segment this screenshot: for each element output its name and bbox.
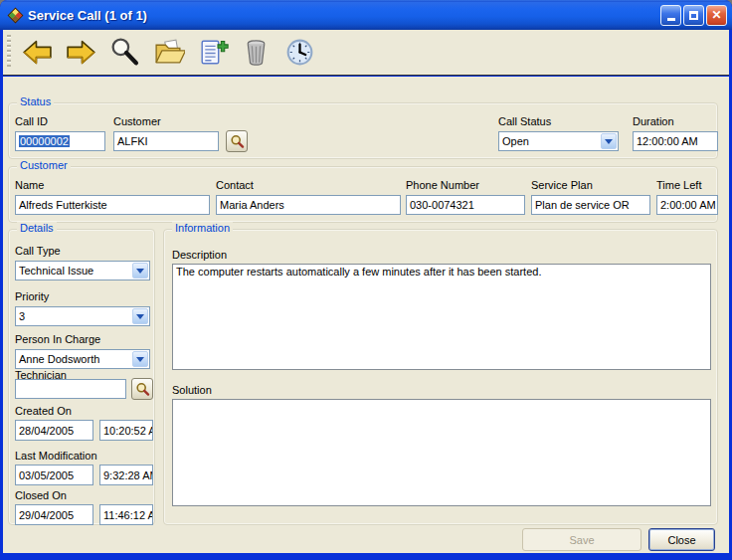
created-on-time-input[interactable]: 10:20:52 AM (99, 420, 153, 441)
name-input[interactable]: Alfreds Futterkiste (15, 195, 210, 215)
call-type-label: Call Type (15, 245, 61, 257)
service-plan-label: Service Plan (531, 179, 593, 191)
app-icon (7, 7, 24, 24)
description-label: Description (172, 249, 227, 261)
back-button[interactable] (17, 33, 57, 73)
duration-input[interactable]: 12:00:00 AM (633, 131, 718, 151)
call-id-input[interactable]: 00000002 (15, 131, 105, 151)
last-modification-date-input[interactable]: 03/05/2005 (15, 465, 93, 485)
details-groupbox: Details Call Type Technical Issue Priori… (8, 229, 155, 525)
chevron-down-icon (132, 351, 148, 367)
phone-number-input[interactable]: 030-0074321 (406, 195, 525, 215)
folder-icon (152, 36, 185, 69)
arrow-right-icon (65, 36, 97, 69)
duration-label: Duration (633, 115, 674, 127)
last-modification-time-input[interactable]: 9:32:28 AM (99, 465, 153, 485)
maximize-button[interactable] (683, 5, 704, 26)
call-type-value: Technical Issue (19, 265, 93, 277)
forward-button[interactable] (61, 33, 100, 73)
customer-code-input[interactable]: ALFKI (113, 131, 219, 151)
technician-input[interactable] (15, 379, 126, 399)
solution-label: Solution (172, 384, 212, 396)
call-status-select[interactable]: Open (498, 131, 619, 151)
open-folder-button[interactable] (148, 33, 188, 73)
details-group-title: Details (17, 222, 57, 234)
close-button[interactable]: Close (648, 528, 715, 551)
status-groupbox: Status Call ID 00000002 Customer ALFKI C… (8, 102, 718, 159)
chevron-down-icon (132, 263, 148, 279)
search-button[interactable] (104, 33, 144, 73)
person-in-charge-value: Anne Dodsworth (19, 353, 99, 365)
time-left-input[interactable]: 2:00:00 AM (656, 195, 718, 215)
priority-label: Priority (15, 290, 49, 302)
customer-lookup-button[interactable] (226, 130, 248, 152)
service-call-window: Service Call (1 of 1) ✕ (0, 0, 732, 560)
close-window-button[interactable]: ✕ (706, 5, 727, 26)
call-status-label: Call Status (498, 115, 551, 127)
close-icon: ✕ (711, 9, 721, 21)
call-id-label: Call ID (15, 115, 48, 127)
closed-on-time-input[interactable]: 11:46:12 AM (99, 504, 153, 525)
minimize-button[interactable] (660, 5, 681, 26)
maximize-icon (689, 11, 698, 20)
window-title: Service Call (1 of 1) (28, 8, 147, 23)
search-icon (108, 36, 141, 69)
toolbar (3, 30, 729, 76)
delete-button[interactable] (236, 33, 275, 73)
call-type-select[interactable]: Technical Issue (15, 261, 150, 280)
priority-value: 3 (19, 310, 25, 322)
time-left-label: Time Left (656, 179, 701, 191)
last-modification-label: Last Modification (15, 450, 97, 462)
customer-groupbox: Customer Name Alfreds Futterkiste Contac… (8, 166, 718, 223)
phone-number-label: Phone Number (406, 179, 479, 191)
description-textarea[interactable]: The computer restarts automatically a fe… (172, 264, 711, 370)
lookup-search-icon (230, 134, 245, 149)
name-label: Name (15, 179, 44, 191)
contact-label: Contact (216, 179, 254, 191)
created-on-date-input[interactable]: 28/04/2005 (15, 420, 93, 441)
person-in-charge-label: Person In Charge (15, 333, 100, 345)
titlebar: Service Call (1 of 1) ✕ (0, 0, 732, 30)
chevron-down-icon (132, 308, 148, 324)
save-button[interactable]: Save (522, 528, 641, 551)
lookup-search-icon (135, 382, 150, 397)
technician-lookup-button[interactable] (131, 378, 153, 400)
information-groupbox: Information Description The computer res… (163, 229, 718, 525)
history-button[interactable] (279, 33, 319, 73)
contact-input[interactable]: Maria Anders (216, 195, 401, 215)
note-add-icon (196, 36, 229, 69)
status-group-title: Status (17, 95, 54, 107)
trash-icon (240, 36, 273, 69)
chevron-down-icon (601, 133, 617, 149)
closed-on-date-input[interactable]: 29/04/2005 (15, 504, 93, 525)
customer-code-label: Customer (113, 115, 161, 127)
toolbar-gripper[interactable] (7, 35, 11, 67)
new-note-button[interactable] (192, 33, 232, 73)
call-status-value: Open (502, 135, 529, 147)
priority-select[interactable]: 3 (15, 306, 150, 326)
solution-textarea[interactable] (172, 399, 711, 506)
created-on-label: Created On (15, 405, 72, 417)
arrow-left-icon (21, 36, 54, 69)
person-in-charge-select[interactable]: Anne Dodsworth (15, 349, 150, 369)
customer-group-title: Customer (17, 159, 71, 171)
clock-icon (283, 36, 316, 69)
minimize-icon (667, 18, 675, 21)
call-id-selected-text: 00000002 (19, 135, 70, 147)
closed-on-label: Closed On (15, 489, 67, 501)
information-group-title: Information (172, 222, 233, 234)
service-plan-input[interactable]: Plan de service OR (531, 195, 650, 215)
